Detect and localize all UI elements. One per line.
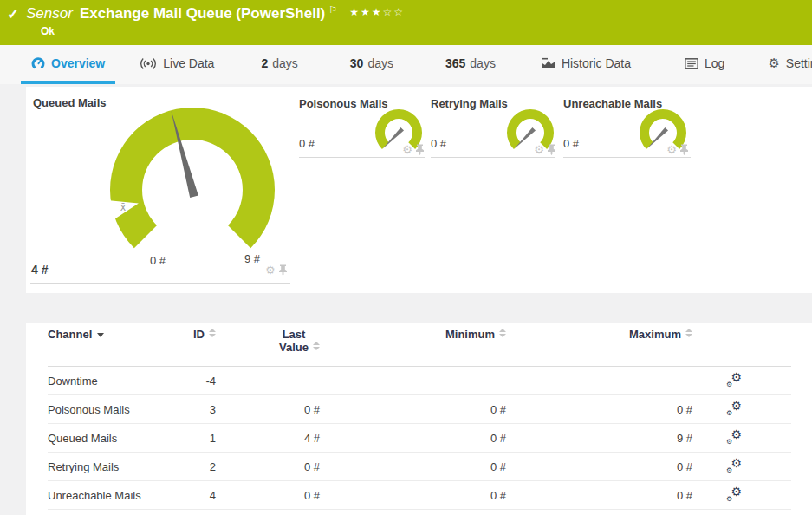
tab-2-days-unit: days xyxy=(272,56,298,70)
tab-365-days-number: 365 xyxy=(445,56,465,70)
tab-30-days[interactable]: 30 days xyxy=(340,45,404,84)
channel-settings-icon[interactable]: ⚙⚙ xyxy=(726,459,742,473)
channel-maximum: 0 # xyxy=(511,453,698,481)
channel-maximum: 0 # xyxy=(511,481,698,510)
tab-2-days-number: 2 xyxy=(261,56,268,70)
column-header-actions xyxy=(698,323,791,367)
channel-settings-icon[interactable]: ⚙⚙ xyxy=(726,401,742,415)
channel-id: 2 xyxy=(178,453,221,481)
panel-divider xyxy=(563,157,691,158)
panel-divider xyxy=(431,157,555,158)
gauge-scale-max: 9 # xyxy=(244,252,260,265)
channel-id: 4 xyxy=(178,481,221,510)
tab-historic-data-label: Historic Data xyxy=(562,56,631,70)
channel-maximum: 0 # xyxy=(511,395,698,424)
channel-minimum xyxy=(325,367,511,395)
channel-last-value xyxy=(221,367,325,395)
priority-stars[interactable]: ★★★☆☆ xyxy=(349,6,405,18)
tab-settings-label: Settings xyxy=(786,56,812,70)
gauge-panel-unreachable-mails: Unreachable Mails 0 # ⚙ xyxy=(563,91,693,160)
column-header-minimum-label: Minimum xyxy=(445,328,495,341)
sort-icon xyxy=(313,342,320,350)
column-header-channel[interactable]: Channel xyxy=(48,323,178,367)
channel-last-value: 0 # xyxy=(221,395,325,424)
gauge-panel-queued-mails: Queued Mails x̄ 0 # 9 # 4 # xyxy=(30,94,290,284)
column-header-value-label: Value xyxy=(279,341,309,354)
panel-gear-icon[interactable]: ⚙ xyxy=(265,264,276,276)
panel-gear-icon[interactable]: ⚙ xyxy=(666,144,677,155)
column-header-channel-label: Channel xyxy=(48,328,92,341)
log-icon xyxy=(685,58,698,69)
priority-flag-icon[interactable]: ⚐ xyxy=(328,4,337,15)
panel-divider xyxy=(299,157,425,158)
channel-settings-icon[interactable]: ⚙⚙ xyxy=(726,487,742,501)
channel-minimum: 0 # xyxy=(325,424,511,453)
sort-icon xyxy=(209,329,216,337)
tab-live-data-label: Live Data xyxy=(163,56,214,70)
tab-overview-label: Overview xyxy=(51,56,105,70)
tab-log[interactable]: Log xyxy=(674,45,735,84)
sort-desc-icon xyxy=(97,333,104,337)
table-row: Retrying Mails 2 0 # 0 # 0 # ⚙⚙ xyxy=(48,453,791,481)
gauge-scale-min: 0 # xyxy=(150,254,166,267)
channel-minimum: 0 # xyxy=(325,395,511,424)
tab-30-days-number: 30 xyxy=(350,56,364,70)
sort-icon xyxy=(499,329,506,337)
column-header-id[interactable]: ID xyxy=(178,323,221,367)
tab-bar: Overview Live Data 2 days 30 days 365 da… xyxy=(0,45,812,84)
column-header-last-value[interactable]: Last Value xyxy=(221,323,325,367)
panel-gear-icon[interactable]: ⚙ xyxy=(402,144,412,155)
channel-id: 3 xyxy=(178,395,221,424)
column-header-maximum[interactable]: Maximum xyxy=(511,323,698,367)
channel-id: -4 xyxy=(178,367,221,395)
channel-name: Unreachable Mails xyxy=(48,481,178,510)
settings-gear-icon: ⚙ xyxy=(768,55,779,71)
channel-minimum: 0 # xyxy=(325,481,511,510)
channel-settings-icon[interactable]: ⚙⚙ xyxy=(726,373,742,387)
tab-live-data[interactable]: Live Data xyxy=(129,45,224,84)
channels-table: Channel ID Last Value Minimum Maximum xyxy=(48,323,791,510)
gauge-value: 0 # xyxy=(563,137,579,150)
table-row: Queued Mails 1 4 # 0 # 9 # ⚙⚙ xyxy=(48,424,791,453)
tab-overview[interactable]: Overview xyxy=(21,45,115,84)
column-header-minimum[interactable]: Minimum xyxy=(325,323,511,367)
channel-name: Queued Mails xyxy=(48,424,178,453)
channel-name: Retrying Mails xyxy=(48,453,178,481)
sort-icon xyxy=(685,329,692,337)
channel-last-value: 4 # xyxy=(221,424,325,453)
panel-pin-icon[interactable] xyxy=(679,144,689,155)
overview-gauge-icon xyxy=(31,56,45,70)
column-header-last-label: Last xyxy=(283,328,306,341)
tab-30-days-unit: days xyxy=(367,56,393,70)
tab-365-days[interactable]: 365 days xyxy=(435,45,506,84)
table-row: Poisonous Mails 3 0 # 0 # 0 # ⚙⚙ xyxy=(48,395,791,424)
table-row: Unreachable Mails 4 0 # 0 # 0 # ⚙⚙ xyxy=(48,481,791,510)
panel-divider xyxy=(30,283,290,284)
gauges-section: Queued Mails x̄ 0 # 9 # 4 # ⚙ Poisonous … xyxy=(26,87,812,293)
channel-settings-icon[interactable]: ⚙⚙ xyxy=(726,430,742,444)
channel-maximum: 9 # xyxy=(511,424,698,453)
sensor-title: Exchange Mail Queue (PowerShell) xyxy=(80,5,325,22)
gauge-panel-retrying-mails: Retrying Mails 0 # ⚙ xyxy=(431,91,561,160)
column-header-maximum-label: Maximum xyxy=(629,328,681,341)
tab-365-days-unit: days xyxy=(470,56,496,70)
panel-pin-icon[interactable] xyxy=(547,144,556,155)
status-text: Ok xyxy=(41,25,55,37)
live-data-icon xyxy=(140,57,157,70)
tab-settings[interactable]: ⚙ Settings xyxy=(757,45,812,84)
channel-maximum xyxy=(511,367,698,395)
sensor-header: ✓ SensorExchange Mail Queue (PowerShell)… xyxy=(0,0,812,45)
column-header-id-label: ID xyxy=(193,328,205,341)
tab-historic-data[interactable]: Historic Data xyxy=(530,45,641,84)
sensor-kind-label: Sensor xyxy=(26,5,73,22)
channel-last-value: 0 # xyxy=(221,481,325,510)
panel-pin-icon[interactable] xyxy=(415,144,425,155)
panel-pin-icon[interactable] xyxy=(278,264,288,276)
table-row: Downtime -4 ⚙⚙ xyxy=(48,367,791,395)
tab-2-days[interactable]: 2 days xyxy=(250,45,308,84)
gauge-value: 0 # xyxy=(431,137,446,150)
gauge-title: Retrying Mails xyxy=(431,97,508,110)
panel-gear-icon[interactable]: ⚙ xyxy=(534,144,544,155)
tab-log-label: Log xyxy=(705,56,724,70)
historic-data-icon xyxy=(541,57,555,69)
